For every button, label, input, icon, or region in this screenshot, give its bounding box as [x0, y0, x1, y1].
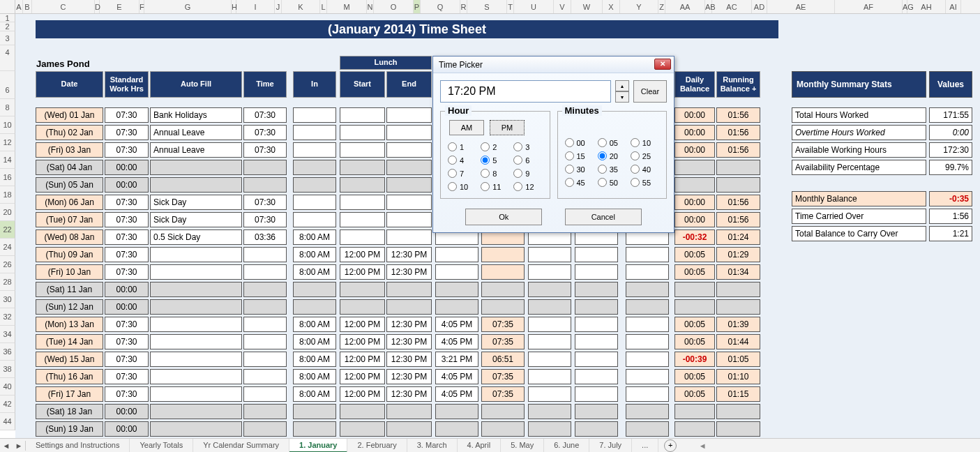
col-header-C[interactable]: C	[32, 0, 95, 13]
cell-x3[interactable]	[626, 317, 669, 332]
cell-ls[interactable]	[340, 107, 385, 123]
cell-ls[interactable]	[340, 229, 385, 245]
cell-ls[interactable]: 12:00 PM	[340, 334, 385, 349]
cell-le[interactable]	[386, 212, 432, 227]
cell-le[interactable]: 12:30 PM	[386, 317, 432, 332]
tab-4-april[interactable]: 4. April	[458, 439, 502, 453]
cell-out[interactable]: 4:05 PM	[435, 334, 478, 349]
cell-rb[interactable]	[716, 421, 760, 437]
cell-auto[interactable]	[150, 299, 242, 315]
min-radio-20[interactable]: 20	[598, 151, 629, 160]
cell-date[interactable]: (Sun) 19 Jan	[36, 421, 103, 437]
col-header-AE[interactable]: AE	[767, 0, 835, 13]
cell-time[interactable]: 07:30	[243, 125, 287, 140]
hour-radio-5[interactable]: 5	[481, 156, 512, 165]
row-header-8[interactable]: 8	[0, 99, 15, 116]
cell-auto[interactable]: Annual Leave	[150, 125, 242, 140]
cell-rb[interactable]: 01:24	[716, 229, 760, 245]
hour-radio-7[interactable]: 7	[448, 169, 479, 178]
tab-1-january[interactable]: 1. January	[289, 439, 347, 453]
cell-date[interactable]: (Fri) 17 Jan	[36, 386, 103, 402]
cell-out[interactable]: 3:21 PM	[435, 352, 478, 367]
cell-date[interactable]: (Sat) 11 Jan	[36, 282, 103, 297]
cell-db[interactable]	[674, 421, 715, 437]
cell-hrs[interactable]: 06:51	[481, 352, 525, 367]
cell-in[interactable]: 8:00 AM	[293, 386, 336, 402]
cell-time[interactable]: 03:36	[243, 229, 287, 245]
tab-hscroll-left[interactable]: ◄	[698, 442, 707, 450]
cell-x1[interactable]	[528, 299, 571, 315]
row-header-42[interactable]: 42	[0, 396, 15, 413]
row-header-32[interactable]: 32	[0, 308, 15, 326]
cell-x2[interactable]	[575, 404, 618, 419]
tab-add[interactable]: +	[664, 439, 677, 452]
cell-auto[interactable]	[150, 264, 242, 280]
cell-hrs[interactable]: 07:35	[481, 369, 525, 384]
cell-le[interactable]	[386, 404, 432, 419]
cell-time[interactable]	[243, 299, 287, 315]
am-button[interactable]: AM	[449, 120, 484, 135]
cell-x3[interactable]	[626, 352, 669, 367]
cell-auto[interactable]: Sick Day	[150, 212, 242, 227]
time-input[interactable]	[440, 80, 611, 103]
col-header-S[interactable]: S	[467, 0, 507, 13]
cell-db[interactable]: 00:05	[674, 247, 715, 262]
cell-date[interactable]: (Fri) 03 Jan	[36, 142, 103, 158]
cell-out[interactable]: 4:05 PM	[435, 386, 478, 402]
cell-le[interactable]: 12:30 PM	[386, 264, 432, 280]
row-header-1[interactable]: 1	[0, 14, 15, 22]
col-header-AA[interactable]: AA	[665, 0, 705, 13]
cell-std[interactable]: 07:30	[105, 125, 149, 140]
cell-rb[interactable]: 01:15	[716, 386, 760, 402]
cell-x1[interactable]	[528, 404, 571, 419]
cell-x2[interactable]	[575, 264, 618, 280]
cell-in[interactable]	[293, 212, 336, 227]
clear-button[interactable]: Clear	[633, 80, 667, 103]
hour-radio-3[interactable]: 3	[513, 142, 545, 151]
cell-x2[interactable]	[575, 317, 618, 332]
ok-button[interactable]: Ok	[465, 209, 542, 225]
hour-radio-9[interactable]: 9	[513, 169, 545, 178]
col-header-J[interactable]: J	[275, 0, 282, 13]
cell-le[interactable]: 12:30 PM	[386, 386, 432, 402]
row-header-44[interactable]: 44	[0, 413, 15, 430]
cell-auto[interactable]	[150, 352, 242, 367]
cell-hrs[interactable]: 07:35	[481, 317, 525, 332]
cell-db[interactable]: 00:05	[674, 386, 715, 402]
tab-yr-calendar-summary[interactable]: Yr Calendar Summary	[193, 439, 289, 453]
cell-auto[interactable]: 0.5 Sick Day	[150, 229, 242, 245]
hour-radio-12[interactable]: 12	[513, 182, 545, 191]
cell-x1[interactable]	[528, 282, 571, 297]
col-header-G[interactable]: G	[144, 0, 232, 13]
col-header-M[interactable]: M	[327, 0, 367, 13]
cell-in[interactable]	[293, 160, 336, 175]
cell-time[interactable]: 07:30	[243, 142, 287, 158]
cell-out[interactable]	[435, 404, 478, 419]
cell-auto[interactable]: Annual Leave	[150, 142, 242, 158]
min-radio-40[interactable]: 40	[631, 165, 662, 174]
cell-std[interactable]: 00:00	[105, 177, 149, 193]
cell-le[interactable]	[386, 299, 432, 315]
cell-db[interactable]	[674, 177, 715, 193]
row-header-36[interactable]: 36	[0, 343, 15, 361]
cell-time[interactable]	[243, 421, 287, 437]
cell-in[interactable]	[293, 299, 336, 315]
cell-date[interactable]: (Thu) 16 Jan	[36, 369, 103, 384]
cell-db[interactable]: 00:00	[674, 142, 715, 158]
cell-time[interactable]: 07:30	[243, 107, 287, 123]
cell-x2[interactable]	[575, 421, 618, 437]
cell-out[interactable]	[435, 421, 478, 437]
col-header-AB[interactable]: AB	[705, 0, 712, 13]
cell-hrs[interactable]	[481, 299, 525, 315]
col-header-P[interactable]: P	[414, 0, 421, 13]
cell-std[interactable]: 07:30	[105, 229, 149, 245]
cell-x2[interactable]	[575, 369, 618, 384]
cell-ls[interactable]: 12:00 PM	[340, 317, 385, 332]
cell-time[interactable]	[243, 264, 287, 280]
cell-in[interactable]	[293, 125, 336, 140]
col-header-X[interactable]: X	[603, 0, 620, 13]
tab-settings-and-instructions[interactable]: Settings and Instructions	[26, 439, 130, 453]
cell-x2[interactable]	[575, 352, 618, 367]
col-header-E[interactable]: E	[100, 0, 140, 13]
cell-x1[interactable]	[528, 421, 571, 437]
